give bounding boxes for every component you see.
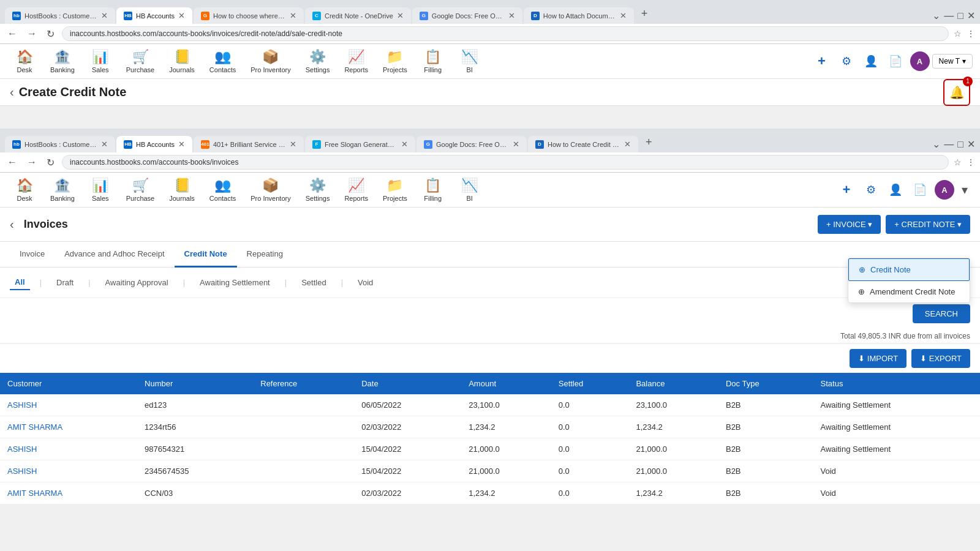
notification-badge: 1 [963, 77, 973, 86]
tab-label-5: Google Docs: Free Online Do... [432, 12, 505, 20]
new-t-chevron: ▾ [962, 57, 966, 66]
sales-icon-1: 📊 [92, 49, 108, 65]
forward-button-1[interactable]: → [24, 27, 39, 40]
nav-bi-label-1: BI [467, 66, 473, 73]
close-window-icon[interactable]: ✕ [967, 10, 975, 21]
browser-tab-1-5[interactable]: G Google Docs: Free Online Do... ✕ [412, 7, 522, 24]
address-bar-icons-1: ☆ ⋮ [954, 29, 975, 39]
browser-tab-1-6[interactable]: D How to Attach Document wi... ✕ [524, 7, 634, 24]
tab-close-5[interactable]: ✕ [508, 11, 515, 20]
tab-close-6[interactable]: ✕ [620, 11, 627, 20]
new-t-label-1: New T [939, 57, 960, 66]
filling-icon-1: 📋 [424, 49, 441, 65]
tab-close-1[interactable]: ✕ [101, 11, 108, 20]
create-back-button[interactable]: ‹ [10, 85, 14, 99]
settings-icon[interactable]: ⋮ [967, 29, 975, 39]
nav-settings-1[interactable]: ⚙️ Settings [300, 47, 336, 76]
tab-favicon-3: G [201, 12, 209, 20]
tab-label-3: How to choose where Gram... [213, 12, 286, 20]
tab-favicon-4: C [312, 12, 321, 20]
create-credit-note-header: ‹ Create Credit Note 🔔 1 [0, 79, 980, 106]
tab-favicon-2: HB [124, 12, 132, 20]
doc-icon-1[interactable]: 📄 [886, 51, 905, 71]
tab-controls-1: ⌄ — □ ✕ [932, 10, 975, 24]
nav-bi-1[interactable]: 📉 BI [453, 47, 487, 76]
minimize-icon[interactable]: — [944, 10, 954, 21]
nav-journals-label-1: Journals [169, 66, 195, 73]
nav-filling-1[interactable]: 📋 Filling [416, 47, 450, 76]
new-tab-button-1[interactable]: + [635, 4, 654, 24]
nav-reports-label-1: Reports [344, 66, 368, 73]
settings-nav-icon-1: ⚙️ [309, 49, 326, 65]
nav-proinventory-label-1: Pro Inventory [251, 66, 290, 73]
nav-filling-label-1: Filling [424, 66, 442, 73]
nav-purchase-1[interactable]: 🛒 Purchase [120, 47, 160, 76]
tab-favicon-1: hb [12, 12, 21, 20]
new-t-button-1[interactable]: New T ▾ [932, 54, 973, 69]
nav-right-1: + ⚙ 👤 📄 A [812, 51, 930, 71]
tab-close-4[interactable]: ✕ [397, 11, 404, 20]
tab-favicon-5: G [420, 12, 428, 20]
nav-journals-1[interactable]: 📒 Journals [163, 47, 201, 76]
browser-chrome-1: hb HostBooks : Customer Portal ✕ HB HB A… [0, 0, 980, 24]
nav-projects-label-1: Projects [383, 66, 407, 73]
bookmark-icon[interactable]: ☆ [954, 29, 962, 39]
tab-label-6: How to Attach Document wi... [543, 12, 616, 20]
refresh-button-1[interactable]: ↻ [44, 27, 57, 41]
projects-icon-1: 📁 [386, 49, 403, 65]
address-input-1[interactable] [62, 26, 949, 41]
reports-icon-1: 📈 [348, 49, 364, 65]
notification-icon[interactable]: 🔔 1 [943, 79, 970, 106]
proinventory-icon-1: 📦 [262, 49, 279, 65]
banking-icon-1: 🏦 [54, 49, 70, 65]
browser-tab-1-4[interactable]: C Credit Note - OneDrive ✕ [305, 7, 411, 24]
app-navbar-1: 🏠 Desk 🏦 Banking 📊 Sales 🛒 Purchase 📒 Jo… [0, 44, 980, 79]
tab-label-4: Credit Note - OneDrive [325, 12, 393, 20]
gear-button-1[interactable]: ⚙ [837, 51, 856, 71]
browser-tab-1-2[interactable]: HB HB Accounts ✕ [116, 7, 192, 24]
tab-label-1: HostBooks : Customer Portal [24, 12, 97, 20]
add-button-1[interactable]: + [812, 51, 832, 71]
nav-projects-1[interactable]: 📁 Projects [377, 47, 413, 76]
nav-contacts-1[interactable]: 👥 Contacts [203, 47, 242, 76]
tab-list-icon[interactable]: ⌄ [932, 10, 940, 21]
nav-purchase-label-1: Purchase [126, 66, 154, 73]
profile-button-1[interactable]: A [910, 51, 930, 71]
tab-label-2: HB Accounts [136, 12, 175, 20]
nav-proinventory-1[interactable]: 📦 Pro Inventory [244, 47, 296, 76]
address-bar-row-1: ← → ↻ ☆ ⋮ [0, 24, 980, 44]
nav-settings-label-1: Settings [306, 66, 330, 73]
browser-tab-1-1[interactable]: hb HostBooks : Customer Portal ✕ [5, 7, 115, 24]
tab-favicon-6: D [531, 12, 540, 20]
nav-banking-label-1: Banking [50, 66, 75, 73]
notification-bell: 🔔 [949, 85, 965, 100]
journals-icon-1: 📒 [174, 49, 190, 65]
bi-icon-1: 📉 [461, 49, 478, 65]
nav-sales-label-1: Sales [92, 66, 109, 73]
contacts-icon-1: 👥 [214, 49, 231, 65]
tab-close-2[interactable]: ✕ [178, 11, 185, 20]
browser-tab-1-3[interactable]: G How to choose where Gram... ✕ [194, 7, 304, 24]
nav-desk-label-1: Desk [17, 66, 32, 73]
nav-sales-1[interactable]: 📊 Sales [83, 47, 118, 76]
maximize-icon[interactable]: □ [957, 10, 963, 21]
create-title: Create Credit Note [19, 85, 127, 99]
nav-contacts-label-1: Contacts [209, 66, 236, 73]
nav-reports-1[interactable]: 📈 Reports [338, 47, 374, 76]
purchase-icon-1: 🛒 [132, 49, 149, 65]
tab-close-3[interactable]: ✕ [290, 11, 296, 20]
browser-window-1: hb HostBooks : Customer Portal ✕ HB HB A… [0, 0, 980, 106]
desk-icon: 🏠 [17, 49, 33, 65]
nav-desk-1[interactable]: 🏠 Desk [7, 47, 42, 76]
nav-banking-1[interactable]: 🏦 Banking [44, 47, 81, 76]
user-icon-1[interactable]: 👤 [861, 51, 881, 71]
back-button-1[interactable]: ← [5, 27, 20, 40]
